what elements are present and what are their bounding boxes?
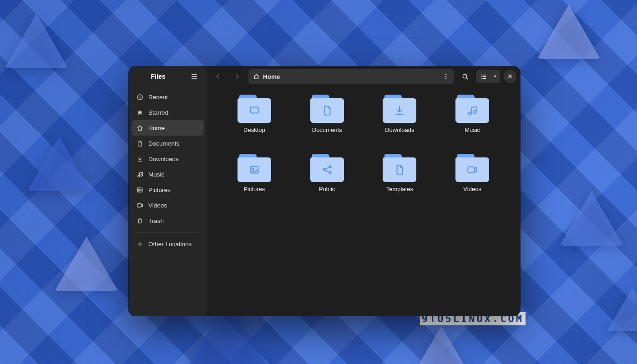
home-icon xyxy=(253,73,260,80)
svg-line-15 xyxy=(466,77,467,79)
forward-button[interactable] xyxy=(229,70,245,83)
view-dropdown-button[interactable] xyxy=(490,70,500,83)
file-manager-window: Files Recent Starred Home Documents xyxy=(129,66,520,316)
back-button[interactable] xyxy=(210,70,226,83)
folder-icon xyxy=(383,154,416,182)
svg-point-20 xyxy=(480,76,481,77)
chevron-down-icon xyxy=(493,74,497,79)
folder-item[interactable]: Public xyxy=(293,153,361,210)
sidebar-item-home[interactable]: Home xyxy=(131,120,204,136)
plus-icon xyxy=(136,240,143,248)
sidebar-item-label: Recent xyxy=(148,94,168,101)
hamburger-menu-button[interactable] xyxy=(187,70,202,83)
svg-rect-24 xyxy=(250,107,258,113)
sidebar-item-videos[interactable]: Videos xyxy=(131,197,204,213)
chevron-right-icon xyxy=(234,73,240,80)
toolbar: Home xyxy=(207,66,520,86)
sidebar-item-label: Home xyxy=(148,125,165,131)
path-menu-button[interactable] xyxy=(441,71,451,81)
hamburger-icon xyxy=(191,73,198,80)
sidebar-item-label: Downloads xyxy=(148,156,179,162)
download-icon xyxy=(136,155,143,162)
folder-icon xyxy=(310,95,344,123)
folder-icon xyxy=(383,95,416,123)
document-icon xyxy=(136,140,143,147)
folder-item[interactable]: Documents xyxy=(293,94,361,151)
folder-item[interactable]: Downloads xyxy=(366,94,434,151)
kebab-icon xyxy=(443,73,449,80)
sidebar-item-label: Videos xyxy=(148,202,167,209)
home-icon xyxy=(136,124,143,131)
star-icon xyxy=(136,109,143,116)
svg-point-28 xyxy=(252,168,253,169)
close-icon xyxy=(507,74,513,79)
folder-icon xyxy=(238,154,271,182)
sidebar-item-trash[interactable]: Trash xyxy=(131,213,204,228)
svg-point-11 xyxy=(445,74,446,75)
list-icon xyxy=(480,73,487,80)
sidebar-item-label: Documents xyxy=(148,140,179,147)
videos-icon xyxy=(136,202,143,209)
svg-point-21 xyxy=(480,78,481,79)
folder-item[interactable]: Desktop xyxy=(220,94,288,151)
sidebar-item-music[interactable]: Music xyxy=(131,167,204,182)
svg-point-12 xyxy=(445,76,446,77)
folder-item[interactable]: Templates xyxy=(366,153,434,210)
folder-icon xyxy=(455,154,489,182)
sidebar-item-label: Pictures xyxy=(148,187,171,193)
folder-item[interactable]: Music xyxy=(438,94,506,151)
path-bar[interactable]: Home xyxy=(248,69,454,84)
app-title: Files xyxy=(133,73,183,80)
trash-icon xyxy=(136,217,143,224)
folder-label: Templates xyxy=(386,186,413,192)
sidebar-list: Recent Starred Home Documents Downloads … xyxy=(129,86,207,254)
sidebar-separator xyxy=(136,232,199,233)
sidebar-item-label: Starred xyxy=(148,109,168,116)
svg-rect-8 xyxy=(137,203,141,207)
pictures-icon xyxy=(136,186,143,193)
sidebar-item-label: Trash xyxy=(148,217,164,224)
sidebar-item-pictures[interactable]: Pictures xyxy=(131,182,204,197)
folder-item[interactable]: Videos xyxy=(438,153,506,210)
folder-icon xyxy=(310,154,344,182)
svg-rect-34 xyxy=(468,167,474,173)
search-icon xyxy=(462,73,469,80)
svg-point-7 xyxy=(138,189,139,190)
breadcrumb-home[interactable]: Home xyxy=(253,73,280,80)
sidebar-item-downloads[interactable]: Downloads xyxy=(131,151,204,167)
sidebar-item-label: Other Locations xyxy=(148,241,192,248)
folder-icon xyxy=(455,95,489,123)
view-list-button[interactable] xyxy=(476,70,490,83)
sidebar-item-other-locations[interactable]: Other Locations xyxy=(131,236,204,252)
svg-point-13 xyxy=(445,78,446,79)
folder-icon xyxy=(238,95,271,123)
sidebar-item-label: Music xyxy=(148,171,164,178)
chevron-left-icon xyxy=(215,73,221,80)
view-mode-switcher xyxy=(476,70,500,83)
breadcrumb-label: Home xyxy=(263,73,280,80)
sidebar-item-documents[interactable]: Documents xyxy=(131,136,204,151)
folder-label: Public xyxy=(319,186,335,192)
sidebar-item-recent[interactable]: Recent xyxy=(131,89,204,105)
folder-item[interactable]: Pictures xyxy=(220,153,288,210)
folder-label: Music xyxy=(465,126,480,133)
folder-label: Pictures xyxy=(243,186,265,192)
svg-point-14 xyxy=(463,74,466,78)
folder-grid: Desktop Documents Downloads Music Pictur… xyxy=(207,86,520,316)
sidebar-header: Files xyxy=(129,66,207,86)
svg-line-32 xyxy=(325,167,329,169)
music-icon xyxy=(136,171,143,178)
clock-icon xyxy=(136,93,143,101)
folder-label: Downloads xyxy=(385,126,414,133)
folder-label: Documents xyxy=(312,126,342,133)
search-button[interactable] xyxy=(457,70,473,83)
folder-label: Videos xyxy=(463,186,481,192)
svg-point-19 xyxy=(480,74,481,75)
close-button[interactable] xyxy=(504,70,516,83)
svg-line-33 xyxy=(325,170,329,172)
folder-label: Desktop xyxy=(243,126,265,133)
main-area: Home xyxy=(207,66,520,316)
sidebar-item-starred[interactable]: Starred xyxy=(131,105,204,120)
sidebar: Files Recent Starred Home Documents xyxy=(129,66,207,316)
